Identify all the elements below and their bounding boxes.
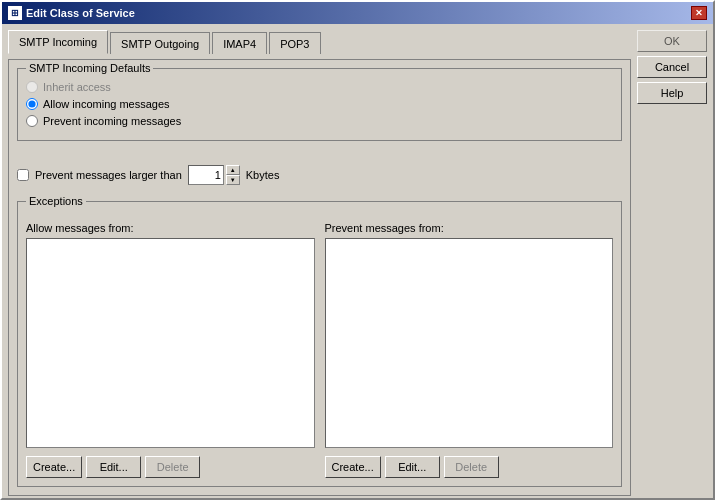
allow-delete-button[interactable]: Delete bbox=[145, 456, 200, 478]
prevent-size-label: Prevent messages larger than bbox=[35, 169, 182, 181]
exceptions-group: Exceptions Allow messages from: Create..… bbox=[17, 201, 622, 487]
tab-bar: SMTP Incoming SMTP Outgoing IMAP4 POP3 bbox=[8, 30, 631, 54]
prevent-create-button[interactable]: Create... bbox=[325, 456, 381, 478]
size-value-input[interactable] bbox=[188, 165, 224, 185]
prevent-messages-list[interactable] bbox=[325, 238, 614, 448]
allow-create-button[interactable]: Create... bbox=[26, 456, 82, 478]
allow-messages-col: Allow messages from: Create... Edit... D… bbox=[26, 218, 315, 478]
smtp-defaults-label: SMTP Incoming Defaults bbox=[26, 62, 153, 74]
radio-allow-label: Allow incoming messages bbox=[43, 98, 170, 110]
radio-inherit: Inherit access bbox=[26, 81, 613, 93]
prevent-edit-button[interactable]: Edit... bbox=[385, 456, 440, 478]
radio-inherit-input[interactable] bbox=[26, 81, 38, 93]
main-panel: SMTP Incoming SMTP Outgoing IMAP4 POP3 S… bbox=[8, 30, 631, 496]
help-button[interactable]: Help bbox=[637, 82, 707, 104]
exceptions-content: Allow messages from: Create... Edit... D… bbox=[26, 218, 613, 478]
allow-buttons: Create... Edit... Delete bbox=[26, 456, 315, 478]
tab-smtp-outgoing[interactable]: SMTP Outgoing bbox=[110, 32, 210, 54]
exceptions-label: Exceptions bbox=[26, 195, 86, 207]
prevent-delete-button[interactable]: Delete bbox=[444, 456, 499, 478]
ok-button[interactable]: OK bbox=[637, 30, 707, 52]
radio-allow-input[interactable] bbox=[26, 98, 38, 110]
spinbox-up-button[interactable]: ▲ bbox=[226, 165, 240, 175]
prevent-size-checkbox[interactable] bbox=[17, 169, 29, 181]
size-unit-label: Kbytes bbox=[246, 169, 280, 181]
message-size-row: Prevent messages larger than ▲ ▼ Kbytes bbox=[17, 165, 622, 185]
window-title: Edit Class of Service bbox=[26, 7, 135, 19]
tab-smtp-incoming[interactable]: SMTP Incoming bbox=[8, 30, 108, 54]
side-buttons: OK Cancel Help bbox=[637, 30, 707, 496]
tab-imap4[interactable]: IMAP4 bbox=[212, 32, 267, 54]
spinbox-buttons: ▲ ▼ bbox=[226, 165, 240, 185]
tab-content: SMTP Incoming Defaults Inherit access Al… bbox=[8, 59, 631, 496]
window-icon: ⊞ bbox=[8, 6, 22, 20]
cancel-button[interactable]: Cancel bbox=[637, 56, 707, 78]
content-area: SMTP Incoming SMTP Outgoing IMAP4 POP3 S… bbox=[2, 24, 713, 500]
radio-prevent-input[interactable] bbox=[26, 115, 38, 127]
main-window: ⊞ Edit Class of Service ✕ SMTP Incoming … bbox=[0, 0, 715, 500]
prevent-messages-col: Prevent messages from: Create... Edit...… bbox=[325, 218, 614, 478]
prevent-buttons: Create... Edit... Delete bbox=[325, 456, 614, 478]
close-button[interactable]: ✕ bbox=[691, 6, 707, 20]
title-bar-left: ⊞ Edit Class of Service bbox=[8, 6, 135, 20]
radio-prevent-label: Prevent incoming messages bbox=[43, 115, 181, 127]
allow-messages-list[interactable] bbox=[26, 238, 315, 448]
prevent-messages-label: Prevent messages from: bbox=[325, 222, 614, 234]
title-bar: ⊞ Edit Class of Service ✕ bbox=[2, 2, 713, 24]
smtp-defaults-group: SMTP Incoming Defaults Inherit access Al… bbox=[17, 68, 622, 141]
allow-messages-label: Allow messages from: bbox=[26, 222, 315, 234]
allow-edit-button[interactable]: Edit... bbox=[86, 456, 141, 478]
radio-inherit-label: Inherit access bbox=[43, 81, 111, 93]
radio-allow: Allow incoming messages bbox=[26, 98, 613, 110]
smtp-defaults-content: Inherit access Allow incoming messages P… bbox=[26, 81, 613, 127]
radio-prevent: Prevent incoming messages bbox=[26, 115, 613, 127]
tab-pop3[interactable]: POP3 bbox=[269, 32, 320, 54]
spinbox-down-button[interactable]: ▼ bbox=[226, 175, 240, 185]
spinbox-wrapper: ▲ ▼ bbox=[188, 165, 240, 185]
